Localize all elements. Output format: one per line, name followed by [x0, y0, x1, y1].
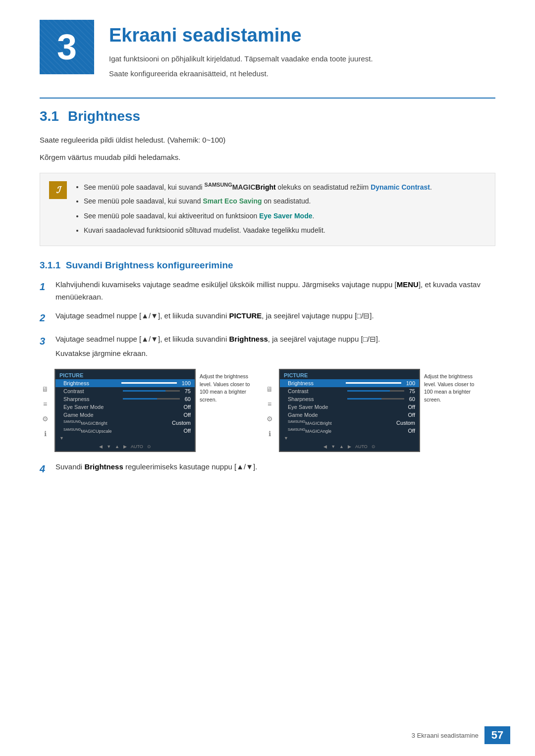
- steps-list: 1 Klahvijuhendi kuvamiseks vajutage sead…: [40, 279, 495, 360]
- screen1-picture-label: PICTURE: [55, 370, 195, 379]
- chapter-desc1: Igat funktsiooni on põhjalikult kirjelda…: [109, 53, 373, 65]
- chapter-header: 3 Ekraani seadistamine Igat funktsiooni …: [40, 20, 495, 83]
- monitor-icon-1: 🖥: [40, 384, 51, 395]
- screen1-contrast: Contrast 75: [55, 387, 195, 395]
- step-2: 2 Vajutage seadmel nuppe [▲/▼], et liiku…: [40, 310, 495, 326]
- note-item-2: See menüü pole saadaval, kui suvand Smar…: [84, 195, 432, 207]
- screen1-wrapper: 🖥 ≡ ⚙ ℹ PICTURE Brightness 100 Contrast …: [40, 369, 254, 452]
- menu-icon-1: ≡: [40, 399, 51, 409]
- screen1-magicbright: SAMSUNGMAGICBright Custom: [55, 419, 195, 427]
- note-item-1: See menüü pole saadaval, kui suvandi SAM…: [84, 180, 432, 194]
- step-4: 4 Suvandi Brightness reguleerimiseks kas…: [40, 461, 495, 477]
- screen1-eyesaver: Eye Saver Mode Off: [55, 403, 195, 411]
- note-item-4: Kuvari saadaolevad funktsioonid sõltuvad…: [84, 224, 432, 237]
- chapter-number: 3: [40, 20, 94, 74]
- section-3-1-heading: 3.1 Brightness: [40, 108, 495, 124]
- info-icon-1: ℹ: [40, 428, 51, 439]
- settings-icon-2: ⚙: [264, 413, 275, 424]
- menu-icon-2: ≡: [264, 399, 275, 409]
- section-divider: [40, 98, 495, 99]
- screen1-monitor: PICTURE Brightness 100 Contrast 75 Sharp…: [54, 369, 196, 452]
- screen2-wrapper: 🖥 ≡ ⚙ ℹ PICTURE Brightness 100 Contrast …: [264, 369, 479, 452]
- note-box: ℐ See menüü pole saadaval, kui suvandi S…: [40, 173, 495, 246]
- step-1: 1 Klahvijuhendi kuvamiseks vajutage sead…: [40, 279, 495, 303]
- screen2-eyesaver: Eye Saver Mode Off: [280, 403, 419, 411]
- section-desc2: Kõrgem väärtus muudab pildi heledamaks.: [40, 151, 495, 164]
- screen2-brightness: Brightness 100: [280, 379, 419, 387]
- section-title: Brightness: [68, 108, 140, 124]
- screen1-left-icons: 🖥 ≡ ⚙ ℹ: [40, 369, 51, 439]
- monitor-icon-2: 🖥: [264, 384, 275, 395]
- screen1-sharpness: Sharpness 60: [55, 395, 195, 403]
- screen1-nav: ◀ ▼ ▲ ▶ AUTO ⊙: [55, 442, 195, 451]
- page-container: 3 Ekraani seadistamine Igat funktsiooni …: [0, 0, 535, 756]
- note-list: See menüü pole saadaval, kui suvandi SAM…: [75, 180, 432, 239]
- chapter-title: Ekraani seadistamine: [109, 25, 373, 46]
- note-item-3: See menüü pole saadaval, kui aktiveeritu…: [84, 210, 432, 222]
- section-desc1: Saate reguleerida pildi üldist heledust.…: [40, 134, 495, 147]
- screen2-magicangle: SAMSUNGMAGICAngle Off: [280, 427, 419, 435]
- step-3: 3 Vajutage seadmel nuppe [▲/▼], et liiku…: [40, 333, 495, 360]
- screens-row: 🖥 ≡ ⚙ ℹ PICTURE Brightness 100 Contrast …: [40, 369, 495, 452]
- screen1-magicupscale: SAMSUNGMAGICUpscale Off: [55, 427, 195, 435]
- screen2-sharpness: Sharpness 60: [280, 395, 419, 403]
- subsection-311-heading: 3.1.1 Suvandi Brightness konfigureerimin…: [40, 260, 495, 271]
- screen2-nav: ◀ ▼ ▲ ▶ AUTO ⊙: [280, 442, 419, 451]
- screen2-contrast: Contrast 75: [280, 387, 419, 395]
- section-number: 3.1: [40, 108, 59, 124]
- note-icon: ℐ: [49, 181, 67, 199]
- footer-chapter-label: 3 Ekraani seadistamine: [412, 732, 479, 739]
- screen1-note: Adjust the brightness level. Values clos…: [200, 369, 254, 404]
- footer-page-number: 57: [484, 726, 510, 744]
- screen1-brightness: Brightness 100: [55, 379, 195, 387]
- screen2-monitor: PICTURE Brightness 100 Contrast 75 Sharp…: [279, 369, 420, 452]
- screen2-left-icons: 🖥 ≡ ⚙ ℹ: [264, 369, 275, 439]
- step4-list: 4 Suvandi Brightness reguleerimiseks kas…: [40, 461, 495, 477]
- settings-icon-1: ⚙: [40, 413, 51, 424]
- screen2-magicbright: SAMSUNGMAGICBright Custom: [280, 419, 419, 427]
- screen1-gamemode: Game Mode Off: [55, 411, 195, 419]
- info-icon-2: ℹ: [264, 428, 275, 439]
- page-footer: 3 Ekraani seadistamine 57: [412, 726, 510, 744]
- screen2-gamemode: Game Mode Off: [280, 411, 419, 419]
- chapter-title-area: Ekraani seadistamine Igat funktsiooni on…: [109, 20, 373, 83]
- chapter-desc2: Saate konfigureerida ekraanisätteid, nt …: [109, 68, 373, 80]
- screen2-picture-label: PICTURE: [280, 370, 419, 379]
- screen2-note: Adjust the brightness level. Values clos…: [424, 369, 479, 404]
